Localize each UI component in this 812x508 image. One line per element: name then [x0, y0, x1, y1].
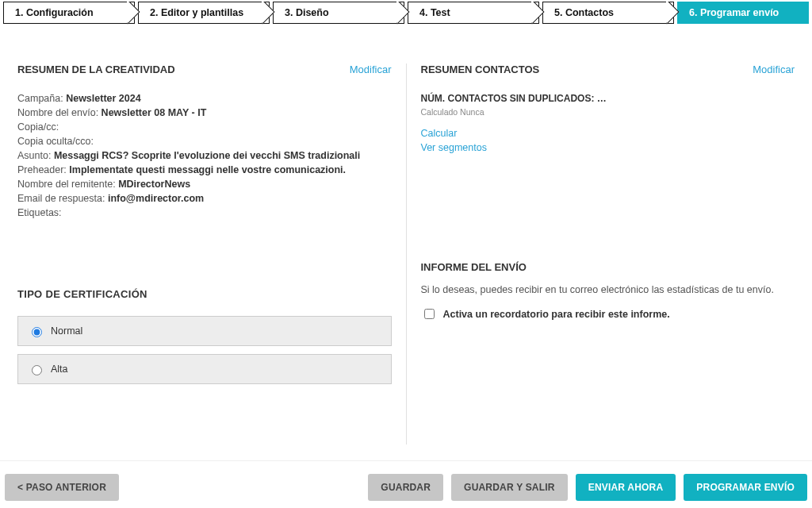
cc-label: Copia/cc:	[17, 121, 59, 133]
reply-value: info@mdirector.com	[108, 193, 204, 204]
cert-option-alta[interactable]: Alta	[17, 354, 392, 384]
campaign-value: Newsletter 2024	[66, 93, 141, 104]
cert-radio-alta[interactable]	[32, 365, 42, 375]
sender-label: Nombre del remitente:	[17, 179, 118, 190]
step-programar-envio[interactable]: 6. Programar envío	[677, 2, 809, 24]
step-configuracion[interactable]: 1. Configuración	[3, 2, 135, 24]
modify-creative-link[interactable]: Modificar	[350, 64, 392, 75]
step-test[interactable]: 4. Test	[408, 2, 539, 24]
report-reminder-option[interactable]: Activa un recordatorio para recibir este…	[421, 306, 795, 321]
step-contactos[interactable]: 5. Contactos	[542, 2, 674, 24]
contacts-summary: NÚM. CONTACTOS SIN DUPLICADOS: … Calcula…	[421, 93, 795, 153]
subject-value: Messaggi RCS? Scoprite l'evoluzione dei …	[54, 150, 360, 161]
contacts-summary-title: RESUMEN CONTACTOS	[421, 64, 540, 75]
step-label: 4. Test	[419, 7, 450, 18]
send-now-button[interactable]: ENVIAR AHORA	[576, 474, 676, 501]
report-reminder-checkbox[interactable]	[424, 309, 435, 319]
step-diseno[interactable]: 3. Diseño	[273, 2, 404, 24]
step-label: 6. Programar envío	[689, 7, 779, 18]
step-label: 1. Configuración	[15, 7, 94, 18]
schedule-send-button[interactable]: PROGRAMAR ENVÍO	[684, 474, 807, 501]
report-title: INFORME DEL ENVÍO	[421, 261, 795, 273]
step-tabs: 1. Configuración 2. Editor y plantillas …	[0, 0, 812, 24]
calculate-link[interactable]: Calcular	[421, 128, 795, 139]
report-desc: Si lo deseas, puedes recibir en tu corre…	[421, 284, 795, 295]
creative-summary-title: RESUMEN DE LA CREATIVIDAD	[17, 64, 175, 75]
bcc-label: Copia oculta/cco:	[17, 136, 94, 147]
cert-label-normal: Normal	[51, 325, 82, 337]
campaign-label: Campaña:	[17, 93, 66, 104]
step-label: 2. Editor y plantillas	[150, 7, 243, 18]
send-name-value: Newsletter 08 MAY - IT	[102, 107, 207, 118]
save-button[interactable]: GUARDAR	[368, 474, 443, 501]
cert-radio-normal[interactable]	[32, 327, 42, 337]
step-label: 3. Diseño	[285, 7, 329, 18]
save-exit-button[interactable]: GUARDAR Y SALIR	[451, 474, 568, 501]
contacts-calculated: Calculado Nunca	[421, 107, 795, 117]
contacts-num-label: NÚM. CONTACTOS SIN DUPLICADOS: …	[421, 93, 795, 104]
subject-label: Asunto:	[17, 150, 54, 161]
step-editor[interactable]: 2. Editor y plantillas	[138, 2, 270, 24]
sender-value: MDirectorNews	[118, 179, 190, 190]
prev-step-button[interactable]: < PASO ANTERIOR	[5, 474, 119, 501]
cert-label-alta: Alta	[51, 364, 68, 375]
tags-label: Etiquetas:	[17, 207, 62, 218]
preheader-value: Implementate questi messaggi nelle vostr…	[69, 164, 346, 175]
report-reminder-label: Activa un recordatorio para recibir este…	[443, 309, 670, 320]
creative-summary: Campaña: Newsletter 2024 Nombre del enví…	[17, 93, 392, 218]
reply-label: Email de respuesta:	[17, 193, 108, 204]
send-name-label: Nombre del envío:	[17, 107, 102, 118]
modify-contacts-link[interactable]: Modificar	[753, 64, 795, 75]
step-label: 5. Contactos	[554, 7, 614, 18]
preheader-label: Preheader:	[17, 164, 69, 175]
cert-option-normal[interactable]: Normal	[17, 316, 392, 346]
view-segments-link[interactable]: Ver segmentos	[421, 142, 795, 153]
cert-title: TIPO DE CERTIFICACIÓN	[17, 288, 392, 300]
